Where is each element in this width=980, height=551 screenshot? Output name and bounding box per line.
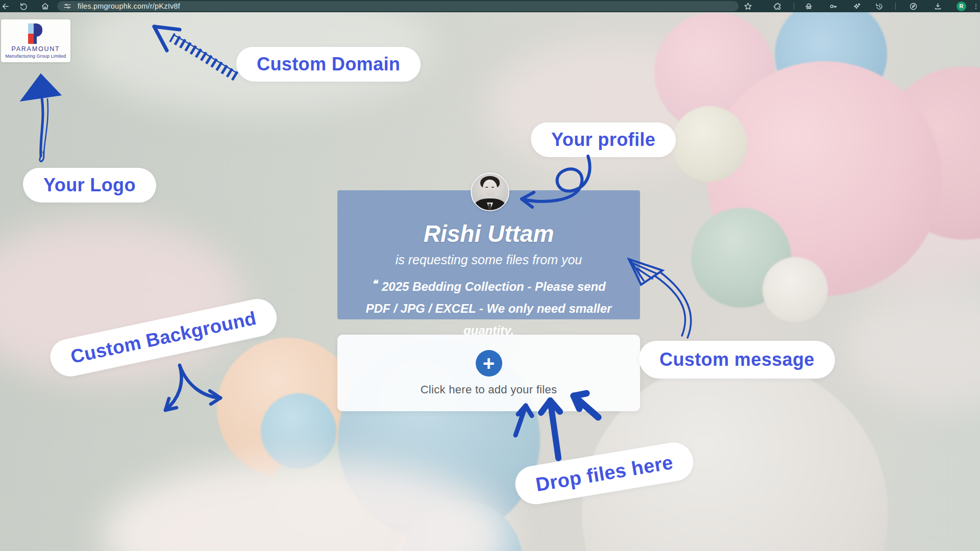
background-sphere (763, 257, 828, 322)
brand-logo-mark (28, 23, 43, 44)
profile-avatar-badge[interactable]: R (957, 2, 966, 11)
password-key-icon[interactable] (828, 1, 838, 11)
request-message: ❝2025 Bedding Collection - Please send P… (359, 274, 619, 342)
quote-icon: ❝ (372, 278, 377, 289)
url-text[interactable]: files.pmgrouphk.com/r/pKzIv8f (78, 2, 180, 10)
toolbar-divider (895, 3, 896, 10)
refresh-icon[interactable] (18, 1, 29, 11)
browser-toolbar: files.pmgrouphk.com/r/pKzIv8f R (0, 0, 980, 12)
back-icon[interactable] (0, 1, 10, 11)
dropzone-label: Click here to add your files (337, 383, 640, 396)
plus-icon: + (476, 350, 502, 377)
download-icon[interactable] (933, 1, 943, 11)
requester-avatar (471, 172, 509, 211)
requester-name: Rishi Uttam (337, 220, 640, 247)
annotation-custom-message: Custom message (639, 341, 835, 379)
cloud (842, 286, 980, 408)
request-subtitle: is requesting some files from you (337, 253, 640, 267)
brand-logo-card: PARAMOUNT Manufacturing Group Limited (1, 19, 70, 62)
kebab-menu-icon[interactable] (972, 1, 979, 11)
extensions-puzzle-icon[interactable] (772, 1, 782, 11)
sparkle-star-icon[interactable] (851, 1, 862, 11)
annotation-your-profile: Your profile (531, 122, 676, 157)
home-icon[interactable] (40, 1, 50, 11)
background-sphere (672, 106, 747, 182)
incognito-extension-icon[interactable] (803, 1, 814, 11)
annotation-your-logo: Your Logo (23, 168, 156, 203)
leaf-extension-icon[interactable] (908, 1, 918, 11)
background-sphere (261, 393, 336, 469)
site-info-icon[interactable] (63, 2, 71, 10)
history-icon[interactable] (874, 1, 884, 11)
brand-name: PARAMOUNT (1, 45, 70, 53)
file-dropzone[interactable]: + Click here to add your files (337, 335, 640, 411)
bookmark-star-icon[interactable] (743, 1, 753, 11)
annotation-custom-domain: Custom Domain (236, 47, 421, 82)
brand-subtitle: Manufacturing Group Limited (1, 54, 70, 59)
address-bar[interactable]: files.pmgrouphk.com/r/pKzIv8f (57, 1, 739, 11)
request-message-text: 2025 Bedding Collection - Please send PD… (366, 280, 612, 337)
toolbar-divider (794, 3, 794, 10)
